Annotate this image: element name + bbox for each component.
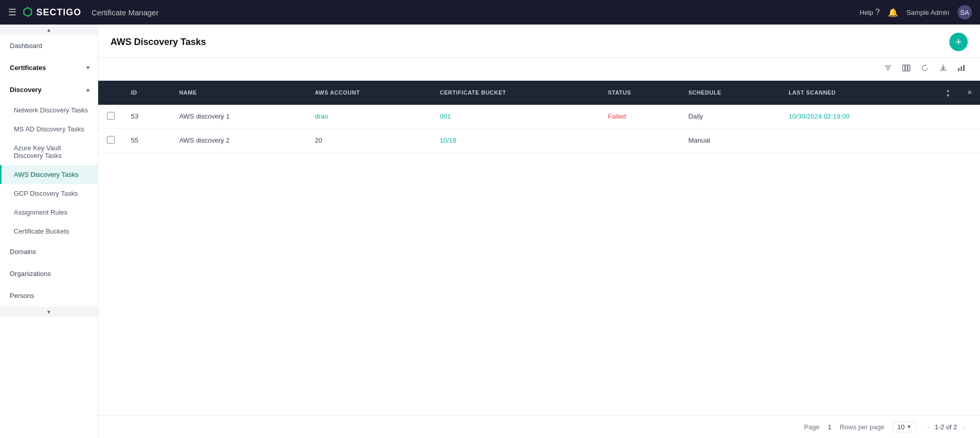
- sidebar-item-persons[interactable]: Persons: [0, 285, 98, 307]
- table-container: ID NAME AWS ACCOUNT CERTIFICATE BUCKET S…: [98, 81, 980, 415]
- row-last-scanned: [781, 128, 938, 152]
- sidebar-item-network-discovery[interactable]: Network Discovery Tasks: [0, 101, 98, 120]
- main-layout: ▲ Dashboard Certificates ▾ Discovery ▴ N…: [0, 25, 980, 438]
- sidebar-item-cert-buckets[interactable]: Certificate Buckets: [0, 222, 98, 241]
- row-status: [599, 128, 680, 152]
- next-page-button[interactable]: ›: [959, 421, 968, 433]
- row-schedule: Manual: [680, 128, 781, 152]
- svg-rect-5: [908, 65, 910, 71]
- sidebar-item-label: Azure Key Vault Discovery Tasks: [14, 144, 62, 159]
- sidebar-item-label: Discovery: [10, 86, 41, 94]
- page-header: AWS Discovery Tasks +: [98, 25, 980, 58]
- notifications-icon[interactable]: 🔔: [888, 8, 898, 17]
- rows-label: Rows per page: [840, 423, 884, 431]
- sidebar-item-gcp-discovery[interactable]: GCP Discovery Tasks: [0, 184, 98, 203]
- topnav-actions: Help ? 🔔 Sample Admin SA: [860, 5, 972, 19]
- user-label[interactable]: Sample Admin: [906, 9, 949, 16]
- sidebar-item-label: Assignment Rules: [14, 209, 68, 216]
- svg-rect-4: [905, 65, 907, 71]
- sidebar-item-assignment-rules[interactable]: Assignment Rules: [0, 203, 98, 222]
- add-icon: +: [955, 36, 962, 48]
- rows-per-page-select[interactable]: 10 ▼: [893, 422, 916, 432]
- col-close: ✕: [959, 81, 981, 105]
- refresh-icon[interactable]: [919, 62, 931, 76]
- columns-icon[interactable]: [900, 62, 912, 76]
- sidebar-item-aws-discovery[interactable]: AWS Discovery Tasks: [0, 165, 98, 184]
- hamburger-icon[interactable]: ☰: [8, 7, 16, 18]
- col-sort: ▲▼: [938, 81, 959, 105]
- sidebar-scroll-up[interactable]: ▲: [0, 25, 98, 35]
- row-aws-account[interactable]: drao: [307, 105, 432, 129]
- row-id: 55: [123, 128, 171, 152]
- user-avatar[interactable]: SA: [957, 5, 972, 19]
- sidebar-item-certificates[interactable]: Certificates ▾: [0, 57, 98, 79]
- page-number: 1: [828, 423, 831, 431]
- pagination: Page 1 Rows per page 10 ▼ ‹ 1-2 of 2 ›: [98, 415, 980, 438]
- filter-icon[interactable]: [882, 62, 894, 76]
- row-last-scanned: 10/30/2024 02:19:00: [781, 105, 938, 129]
- row-status: Failed: [599, 105, 680, 129]
- row-schedule: Daily: [680, 105, 781, 129]
- sidebar: ▲ Dashboard Certificates ▾ Discovery ▴ N…: [0, 25, 98, 438]
- sidebar-item-domains[interactable]: Domains: [0, 241, 98, 263]
- col-aws-account: AWS ACCOUNT: [307, 81, 432, 105]
- prev-page-button[interactable]: ‹: [924, 421, 933, 433]
- sidebar-item-dashboard[interactable]: Dashboard: [0, 35, 98, 57]
- sidebar-item-msad-discovery[interactable]: MS AD Discovery Tasks: [0, 120, 98, 139]
- sidebar-item-label: MS AD Discovery Tasks: [14, 125, 84, 133]
- col-last-scanned: LAST SCANNED: [781, 81, 938, 105]
- col-checkbox: [98, 81, 123, 105]
- rows-dropdown-icon: ▼: [907, 424, 911, 429]
- col-name: NAME: [171, 81, 306, 105]
- app-title: Certificate Manager: [92, 8, 159, 17]
- pagination-nav: ‹ 1-2 of 2 ›: [924, 421, 968, 433]
- row-checkbox-cell: [98, 105, 123, 129]
- svg-rect-8: [963, 65, 965, 71]
- row-checkbox[interactable]: [107, 112, 115, 120]
- rows-value: 10: [897, 423, 904, 431]
- row-name: AWS discovery 1: [171, 105, 306, 129]
- sort-arrows-icon[interactable]: ▲▼: [946, 88, 950, 99]
- svg-rect-7: [961, 66, 962, 71]
- sidebar-item-label: GCP Discovery Tasks: [14, 190, 78, 197]
- sidebar-item-label: Dashboard: [10, 42, 42, 50]
- page-title: AWS Discovery Tasks: [110, 37, 206, 48]
- row-checkbox[interactable]: [107, 136, 115, 144]
- row-sort-cell: [938, 128, 959, 152]
- topnav: ☰ ⬡ SECTIGO Certificate Manager Help ? 🔔…: [0, 0, 980, 25]
- add-button[interactable]: +: [949, 33, 968, 51]
- sidebar-item-label: Certificates: [10, 64, 46, 72]
- table-header-row: ID NAME AWS ACCOUNT CERTIFICATE BUCKET S…: [98, 81, 980, 105]
- sidebar-item-organizations[interactable]: Organizations: [0, 263, 98, 285]
- page-range: 1-2 of 2: [934, 423, 957, 431]
- user-initials: SA: [960, 9, 969, 16]
- row-cert-bucket[interactable]: 10/18: [432, 128, 600, 152]
- help-link[interactable]: Help ?: [860, 8, 880, 17]
- row-close-cell: [959, 128, 981, 152]
- content-area: AWS Discovery Tasks +: [98, 25, 980, 438]
- row-id: 53: [123, 105, 171, 129]
- table-row: 55AWS discovery 22010/18Manual: [98, 128, 980, 152]
- sidebar-item-label: Persons: [10, 292, 34, 299]
- sidebar-item-label: Domains: [10, 248, 36, 256]
- download-icon[interactable]: [937, 62, 949, 76]
- sidebar-item-label: Organizations: [10, 270, 51, 278]
- table-row: 53AWS discovery 1drao001FailedDaily10/30…: [98, 105, 980, 129]
- aws-discovery-table: ID NAME AWS ACCOUNT CERTIFICATE BUCKET S…: [98, 81, 980, 153]
- row-close-cell: [959, 105, 981, 129]
- col-cert-bucket: CERTIFICATE BUCKET: [432, 81, 600, 105]
- svg-rect-3: [903, 65, 905, 71]
- logo-icon: ⬡: [23, 6, 32, 19]
- sidebar-item-label: AWS Discovery Tasks: [14, 171, 78, 178]
- row-checkbox-cell: [98, 128, 123, 152]
- chart-icon[interactable]: [955, 62, 968, 76]
- close-icon[interactable]: ✕: [967, 89, 972, 96]
- svg-rect-6: [958, 68, 960, 71]
- row-cert-bucket[interactable]: 001: [432, 105, 600, 129]
- help-label: Help: [860, 9, 874, 16]
- sidebar-item-discovery[interactable]: Discovery ▴: [0, 79, 98, 101]
- page-label: Page: [804, 423, 819, 431]
- sidebar-item-azure-discovery[interactable]: Azure Key Vault Discovery Tasks: [0, 139, 98, 165]
- help-icon[interactable]: ?: [875, 8, 880, 17]
- sidebar-scroll-down[interactable]: ▼: [0, 307, 98, 317]
